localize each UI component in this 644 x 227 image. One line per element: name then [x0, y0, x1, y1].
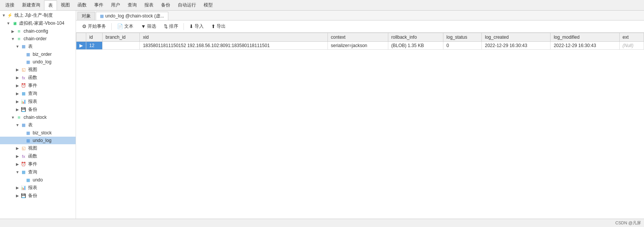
import-button[interactable]: ⬇ 导入 — [186, 22, 207, 30]
biz-stock-icon: ▦ — [25, 130, 31, 136]
sidebar-item-chain-order-backups[interactable]: ▶ 💾 备份 — [0, 106, 76, 114]
sidebar-item-biz-order[interactable]: ▦ biz_order — [0, 50, 76, 58]
db-icon-chain-stock: ≡ — [16, 114, 22, 120]
order-views-label: 视图 — [28, 66, 37, 73]
status-bar: CSDN @凡屏 — [0, 219, 644, 227]
menu-query[interactable]: 查询 — [124, 0, 141, 10]
sidebar-item-connection[interactable]: ▼ ⚡ 线上 J诊-生产-制度 — [0, 11, 76, 19]
col-header-indicator[interactable] — [76, 33, 86, 42]
sidebar-item-chain-stock-queries[interactable]: ▼ ▦ 查询 — [0, 168, 76, 176]
sidebar-item-server[interactable]: ▼ 🖥 虚拟机-家庭-Vbox-104 — [0, 19, 76, 27]
undo-log-stock-icon: ▦ — [25, 137, 31, 143]
sidebar-item-chain-stock[interactable]: ▼ ≡ chain-stock — [0, 114, 76, 121]
cell-rollback_info[interactable]: (BLOB) 1.35 KB — [388, 42, 443, 50]
sidebar-tree: ▼ ⚡ 线上 J诊-生产-制度 ▼ 🖥 虚拟机-家庭-Vbox-104 ▶ ≡ … — [0, 11, 76, 200]
col-header-log-modified[interactable]: log_modified — [551, 33, 619, 42]
cell-log_modified[interactable]: 2022-12-29 16:30:43 — [551, 42, 619, 50]
menu-auto-run[interactable]: 自动运行 — [174, 0, 200, 10]
sidebar-item-chain-order-funcs[interactable]: ▶ fx 函数 — [0, 74, 76, 82]
expand-order-views-icon: ▶ — [15, 68, 20, 72]
stock-tables-label: 表 — [28, 122, 33, 128]
biz-order-icon: ▦ — [25, 51, 31, 57]
expand-stock-funcs-icon: ▶ — [15, 154, 20, 159]
stock-tables-group-icon: ▦ — [21, 122, 27, 128]
stock-events-label: 事件 — [28, 161, 37, 167]
export-button[interactable]: ⬆ 导出 — [208, 22, 229, 30]
text-button[interactable]: 📄 文本 — [114, 22, 136, 30]
sidebar-item-undo-query[interactable]: ▦ undo — [0, 176, 76, 184]
menu-user[interactable]: 用户 — [107, 0, 124, 10]
expand-stock-queries-icon: ▼ — [15, 170, 20, 175]
sidebar-item-biz-stock[interactable]: ▦ biz_stock — [0, 129, 76, 137]
toolbar-sep-2 — [184, 23, 184, 30]
col-header-log-created[interactable]: log_created — [482, 33, 551, 42]
sidebar-item-chain-stock-views[interactable]: ▶ ◱ 视图 — [0, 144, 76, 152]
toolbar: ⚙ 开始事务 📄 文本 ▼ 筛选 ⇅ 排序 ⬇ 导入 ⬆ — [76, 20, 644, 33]
sidebar-item-chain-order-tables[interactable]: ▼ ▦ 表 — [0, 43, 76, 50]
sidebar-item-chain-stock-reports[interactable]: ▶ 📊 报表 — [0, 184, 76, 192]
col-header-xid[interactable]: xid — [140, 33, 328, 42]
filter-button[interactable]: ▼ 筛选 — [138, 22, 159, 30]
menu-table[interactable]: 表 — [44, 0, 57, 10]
menu-new-query[interactable]: 新建查询 — [18, 0, 44, 10]
export-label: 导出 — [217, 23, 226, 30]
menu-view[interactable]: 视图 — [57, 0, 74, 10]
sidebar-item-chain-order[interactable]: ▼ ≡ chain-order — [0, 35, 76, 43]
expand-order-backups-icon: ▶ — [15, 107, 20, 112]
tables-group-icon: ▦ — [21, 44, 27, 50]
sort-button[interactable]: ⇅ 排序 — [161, 22, 181, 30]
cell-log_created[interactable]: 2022-12-29 16:30:43 — [482, 42, 551, 50]
data-grid: id branch_id xid context rollback_info l… — [76, 33, 644, 50]
menu-connect[interactable]: 连接 — [2, 0, 18, 10]
col-header-rollback-info[interactable]: rollback_info — [388, 33, 443, 42]
cell-ext[interactable]: (Null) — [619, 42, 644, 50]
server-icon: 🖥 — [11, 20, 17, 27]
sidebar-item-chain-stock-tables[interactable]: ▼ ▦ 表 — [0, 121, 76, 129]
sidebar-item-undo-log-order[interactable]: ▦ undo_log — [0, 58, 76, 66]
filter-label: 筛选 — [147, 23, 156, 30]
stock-funcs-label: 函数 — [28, 153, 37, 159]
sidebar-item-chain-stock-events[interactable]: ▶ ⏰ 事件 — [0, 160, 76, 168]
sidebar-item-chain-order-reports[interactable]: ▶ 📊 报表 — [0, 98, 76, 106]
sidebar-item-chain-order-views[interactable]: ▶ ◱ 视图 — [0, 66, 76, 74]
menu-backup[interactable]: 备份 — [157, 0, 174, 10]
menu-model[interactable]: 模型 — [200, 0, 217, 10]
content-area: 对象 ▦ undo_log @chain-stock (虚... ⚙ 开始事务 … — [76, 11, 644, 219]
begin-transaction-button[interactable]: ⚙ 开始事务 — [79, 22, 109, 30]
sidebar-item-chain-stock-funcs[interactable]: ▶ fx 函数 — [0, 152, 76, 160]
col-header-ext[interactable]: ext — [619, 33, 644, 42]
stock-funcs-icon: fx — [21, 153, 27, 159]
db-icon-chain-order: ≡ — [16, 36, 22, 42]
undo-log-stock-label: undo_log — [33, 138, 51, 143]
menu-event[interactable]: 事件 — [90, 0, 107, 10]
expand-order-events-icon: ▶ — [15, 84, 20, 88]
cell-branch_id[interactable] — [102, 42, 139, 50]
server-label: 虚拟机-家庭-Vbox-104 — [19, 20, 64, 27]
cell-context[interactable]: serializer=jackson — [328, 42, 388, 50]
text-label: 文本 — [124, 23, 133, 30]
backups-group-icon: 💾 — [21, 107, 27, 113]
cell-id[interactable]: 12 — [86, 42, 103, 50]
order-events-label: 事件 — [28, 82, 37, 89]
cell-xid[interactable]: 18358011811150152 192.168.56.102:8091:18… — [140, 42, 328, 50]
grid-container[interactable]: id branch_id xid context rollback_info l… — [76, 33, 644, 219]
expand-stock-tables-icon: ▼ — [15, 123, 20, 128]
col-header-id[interactable]: id — [86, 33, 103, 42]
tab-object[interactable]: 对象 — [78, 12, 95, 20]
col-header-log-status[interactable]: log_status — [443, 33, 482, 42]
sidebar-item-chain-order-queries[interactable]: ▶ ▦ 查询 — [0, 90, 76, 98]
sidebar-item-chain-order-events[interactable]: ▶ ⏰ 事件 — [0, 82, 76, 90]
col-header-branch-id[interactable]: branch_id — [102, 33, 139, 42]
col-header-context[interactable]: context — [328, 33, 388, 42]
sidebar-item-undo-log-stock[interactable]: ▦ undo_log — [0, 137, 76, 144]
expand-order-reports-icon: ▶ — [15, 99, 20, 104]
cell-log_status[interactable]: 0 — [443, 42, 482, 50]
menu-report[interactable]: 报表 — [141, 0, 157, 10]
sidebar-item-chain-stock-backups[interactable]: ▶ 💾 备份 — [0, 192, 76, 200]
table-row[interactable]: ▶1218358011811150152 192.168.56.102:8091… — [76, 42, 644, 50]
sidebar-item-chain-config[interactable]: ▶ ≡ chain-config — [0, 27, 76, 35]
menu-function[interactable]: 函数 — [74, 0, 90, 10]
filter-icon: ▼ — [141, 24, 146, 29]
tab-undo-log[interactable]: ▦ undo_log @chain-stock (虚... — [96, 12, 168, 20]
undo-query-icon: ▦ — [25, 177, 31, 183]
